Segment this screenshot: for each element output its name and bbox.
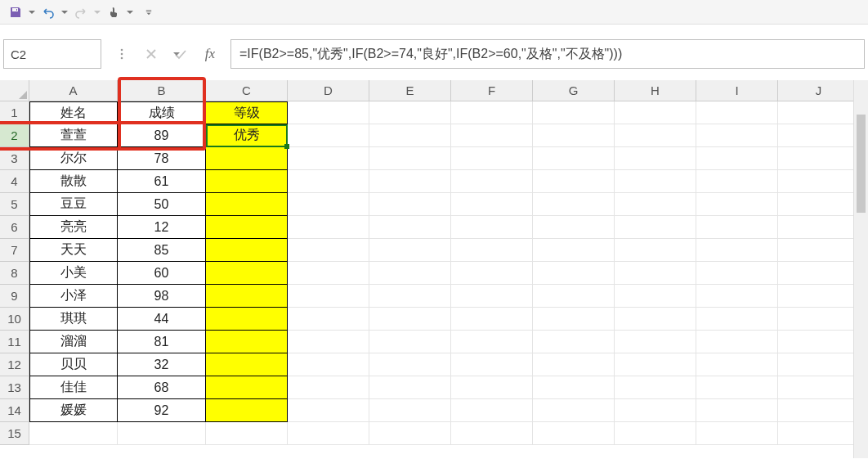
cell[interactable]	[451, 376, 533, 399]
scroll-thumb[interactable]	[857, 115, 866, 213]
cell[interactable]	[206, 353, 288, 376]
cell[interactable]	[533, 147, 615, 170]
cell[interactable]	[451, 101, 533, 124]
formula-input-field[interactable]	[231, 47, 864, 61]
cell[interactable]	[369, 376, 451, 399]
cell[interactable]	[615, 422, 696, 445]
cell[interactable]	[206, 399, 288, 422]
cell[interactable]	[288, 285, 369, 308]
cell[interactable]	[288, 308, 369, 331]
cell[interactable]	[369, 193, 451, 216]
cell[interactable]	[778, 399, 860, 422]
column-header[interactable]: D	[288, 80, 369, 101]
cell[interactable]	[696, 101, 778, 124]
column-header[interactable]: I	[696, 80, 778, 101]
cell[interactable]	[369, 239, 451, 262]
cell[interactable]	[533, 101, 615, 124]
column-header[interactable]: H	[615, 80, 696, 101]
cell[interactable]	[288, 101, 369, 124]
cell[interactable]: 小美	[29, 262, 118, 285]
select-all-corner[interactable]	[0, 80, 29, 101]
cell[interactable]: 溜溜	[29, 331, 118, 353]
cell[interactable]	[778, 124, 860, 147]
cell[interactable]: 92	[118, 399, 206, 422]
cell[interactable]	[369, 124, 451, 147]
cell[interactable]	[118, 422, 206, 445]
cell[interactable]	[288, 170, 369, 193]
row-header[interactable]: 3	[0, 147, 29, 170]
cell[interactable]	[451, 353, 533, 376]
cell[interactable]	[533, 124, 615, 147]
cell[interactable]	[288, 262, 369, 285]
chevron-down-icon[interactable]	[126, 2, 134, 22]
cell[interactable]	[778, 422, 860, 445]
cell[interactable]	[533, 239, 615, 262]
column-header[interactable]: F	[451, 80, 533, 101]
cell[interactable]	[288, 331, 369, 353]
cell[interactable]	[615, 124, 696, 147]
cell[interactable]	[288, 124, 369, 147]
row-header[interactable]: 1	[0, 101, 29, 124]
cell[interactable]	[696, 262, 778, 285]
cell[interactable]	[778, 308, 860, 331]
cell[interactable]	[696, 399, 778, 422]
row-header[interactable]: 14	[0, 399, 29, 422]
cell[interactable]	[206, 216, 288, 239]
redo-icon[interactable]	[70, 2, 92, 22]
cell[interactable]	[451, 308, 533, 331]
cell[interactable]	[451, 147, 533, 170]
cell[interactable]	[369, 308, 451, 331]
cell[interactable]: 85	[118, 239, 206, 262]
cell[interactable]	[696, 193, 778, 216]
row-header[interactable]: 9	[0, 285, 29, 308]
cell[interactable]	[206, 147, 288, 170]
cell[interactable]	[288, 147, 369, 170]
cell[interactable]: 散散	[29, 170, 118, 193]
cell[interactable]	[615, 331, 696, 353]
cell[interactable]: 等级	[206, 101, 288, 124]
cell[interactable]	[369, 422, 451, 445]
row-header[interactable]: 7	[0, 239, 29, 262]
cells-area[interactable]: 姓名成绩等级萱萱89优秀尔尔78散散61豆豆50亮亮12天天85小美60小泽98…	[29, 101, 860, 445]
cell[interactable]	[778, 170, 860, 193]
cell[interactable]	[615, 308, 696, 331]
row-header[interactable]: 8	[0, 262, 29, 285]
column-header[interactable]: A	[29, 80, 118, 101]
cell[interactable]	[696, 147, 778, 170]
cell[interactable]	[29, 422, 118, 445]
cell[interactable]: 61	[118, 170, 206, 193]
cell[interactable]	[696, 422, 778, 445]
cell[interactable]: 天天	[29, 239, 118, 262]
customize-qat-icon[interactable]	[142, 2, 155, 22]
cell[interactable]	[696, 308, 778, 331]
enter-icon[interactable]	[172, 45, 190, 63]
cell[interactable]	[615, 216, 696, 239]
row-header[interactable]: 11	[0, 331, 29, 353]
cell[interactable]	[778, 262, 860, 285]
column-header[interactable]: E	[369, 80, 451, 101]
cell[interactable]	[369, 353, 451, 376]
cell[interactable]	[778, 353, 860, 376]
cell[interactable]	[615, 193, 696, 216]
fx-icon[interactable]: fx	[201, 45, 219, 63]
undo-icon[interactable]	[38, 2, 59, 22]
cell[interactable]	[206, 422, 288, 445]
cell[interactable]	[206, 239, 288, 262]
row-header[interactable]: 5	[0, 193, 29, 216]
cell[interactable]	[778, 239, 860, 262]
cell[interactable]	[451, 193, 533, 216]
cell[interactable]	[778, 147, 860, 170]
cell[interactable]	[696, 353, 778, 376]
cell[interactable]	[533, 353, 615, 376]
cell[interactable]	[369, 285, 451, 308]
chevron-down-icon[interactable]	[60, 2, 69, 22]
cell[interactable]: 媛媛	[29, 399, 118, 422]
cell[interactable]	[206, 193, 288, 216]
cell[interactable]	[778, 376, 860, 399]
cell[interactable]	[369, 399, 451, 422]
row-header[interactable]: 6	[0, 216, 29, 239]
cell[interactable]	[451, 124, 533, 147]
cell[interactable]: 78	[118, 147, 206, 170]
cell[interactable]	[615, 399, 696, 422]
cell[interactable]	[288, 239, 369, 262]
